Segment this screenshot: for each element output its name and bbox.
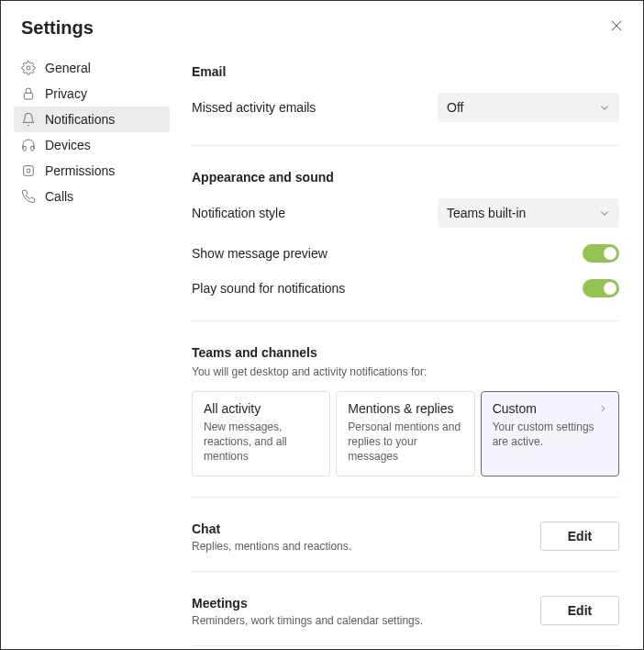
missed-emails-label: Missed activity emails	[192, 100, 316, 115]
dropdown-value: Teams built-in	[447, 206, 526, 220]
sidebar-item-label: Calls	[45, 189, 73, 204]
sidebar-item-calls[interactable]: Calls	[14, 184, 170, 209]
chat-title: Chat	[192, 521, 351, 536]
card-mentions-replies[interactable]: Mentions & replies Personal mentions and…	[336, 391, 474, 476]
section-email-heading: Email	[192, 64, 619, 79]
sidebar-item-notifications[interactable]: Notifications	[14, 106, 170, 132]
sidebar-item-permissions[interactable]: Permissions	[14, 158, 170, 184]
missed-emails-dropdown[interactable]: Off	[438, 93, 619, 122]
sidebar-item-label: General	[45, 61, 91, 75]
card-title-text: All activity	[204, 401, 261, 416]
svg-rect-3	[24, 93, 32, 99]
sidebar-item-label: Notifications	[45, 112, 115, 127]
bell-icon	[21, 112, 36, 127]
section-appearance-heading: Appearance and sound	[192, 170, 619, 185]
key-icon	[21, 163, 36, 178]
headphones-icon	[21, 138, 36, 152]
meetings-edit-button[interactable]: Edit	[540, 596, 619, 625]
divider	[192, 645, 619, 646]
svg-rect-4	[24, 166, 34, 176]
card-desc: New messages, reactions, and all mention…	[204, 420, 318, 465]
play-sound-label: Play sound for notifications	[192, 281, 345, 296]
card-desc: Your custom settings are active.	[493, 420, 607, 449]
card-custom[interactable]: Custom Your custom settings are active.	[481, 391, 619, 476]
sidebar-item-label: Permissions	[45, 163, 115, 178]
card-all-activity[interactable]: All activity New messages, reactions, an…	[192, 391, 330, 476]
page-title: Settings	[21, 17, 94, 39]
message-preview-toggle[interactable]	[583, 244, 619, 263]
gear-icon	[21, 61, 36, 75]
sidebar-item-label: Devices	[45, 138, 91, 152]
section-teams-heading: Teams and channels	[192, 345, 619, 360]
divider	[192, 571, 619, 572]
chevron-right-icon	[598, 404, 607, 413]
content-area: Email Missed activity emails Off Appeara…	[177, 48, 643, 650]
section-teams-sub: You will get desktop and activity notifi…	[192, 365, 619, 378]
sidebar: General Privacy Notifications Devices Pe…	[1, 48, 177, 650]
message-preview-label: Show message preview	[192, 246, 328, 261]
chevron-down-icon	[599, 207, 610, 219]
sidebar-item-label: Privacy	[45, 86, 87, 101]
dropdown-value: Off	[447, 100, 463, 115]
meetings-desc: Reminders, work timings and calendar set…	[192, 614, 423, 627]
chat-desc: Replies, mentions and reactions.	[192, 540, 351, 553]
chevron-down-icon	[599, 102, 610, 113]
divider	[192, 145, 619, 146]
divider	[192, 320, 619, 321]
notification-style-label: Notification style	[192, 206, 285, 220]
sidebar-item-privacy[interactable]: Privacy	[14, 81, 170, 106]
notification-style-dropdown[interactable]: Teams built-in	[438, 198, 619, 228]
phone-icon	[21, 189, 36, 204]
lock-icon	[21, 86, 36, 101]
svg-point-5	[27, 169, 30, 173]
meetings-title: Meetings	[192, 596, 423, 611]
chat-edit-button[interactable]: Edit	[540, 521, 619, 551]
card-title-text: Mentions & replies	[348, 401, 453, 416]
card-desc: Personal mentions and replies to your me…	[348, 420, 462, 465]
svg-point-2	[27, 66, 30, 70]
sidebar-item-general[interactable]: General	[14, 55, 170, 81]
close-icon[interactable]	[608, 17, 625, 37]
card-title-text: Custom	[493, 401, 537, 416]
play-sound-toggle[interactable]	[583, 279, 619, 297]
sidebar-item-devices[interactable]: Devices	[14, 132, 170, 158]
divider	[192, 497, 619, 498]
